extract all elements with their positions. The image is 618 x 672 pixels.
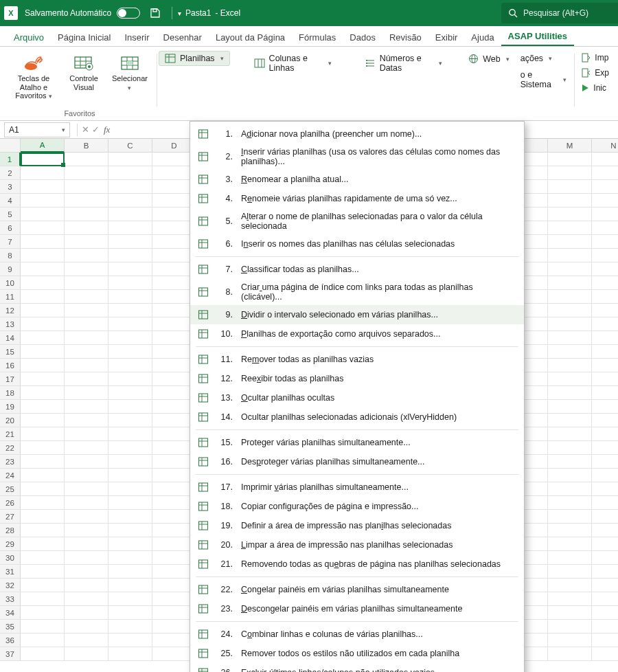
tab-page-layout[interactable]: Layout da Página bbox=[209, 28, 292, 46]
tab-view[interactable]: Exibir bbox=[428, 28, 465, 46]
menu-item[interactable]: 22.Congelar painéis em várias planilhas … bbox=[190, 580, 524, 599]
column-header[interactable]: M bbox=[548, 139, 592, 153]
menu-item[interactable]: 17.Imprimir várias planilhas simultaneam… bbox=[190, 478, 524, 497]
select-all-corner[interactable] bbox=[0, 139, 21, 153]
row-header[interactable]: 21 bbox=[0, 427, 21, 441]
row-header[interactable]: 14 bbox=[0, 331, 21, 345]
row-header[interactable]: 10 bbox=[0, 276, 21, 290]
autosave-toggle[interactable] bbox=[117, 8, 140, 19]
row-header[interactable]: 23 bbox=[0, 455, 21, 469]
column-header[interactable]: A bbox=[21, 139, 65, 153]
row-header[interactable]: 34 bbox=[0, 606, 21, 620]
tab-help[interactable]: Ajuda bbox=[464, 28, 501, 46]
tab-file[interactable]: Arquivo bbox=[7, 28, 51, 46]
column-header[interactable]: B bbox=[65, 139, 108, 153]
tab-home[interactable]: Página Inicial bbox=[51, 28, 117, 46]
tab-data[interactable]: Dados bbox=[343, 28, 382, 46]
row-header[interactable]: 7 bbox=[0, 235, 21, 249]
column-header[interactable]: C bbox=[108, 139, 152, 153]
fill-handle[interactable] bbox=[61, 163, 65, 167]
row-header[interactable]: 9 bbox=[0, 262, 21, 276]
fx-icon[interactable]: fx bbox=[104, 124, 110, 135]
accept-icon[interactable]: ✓ bbox=[92, 124, 100, 135]
menu-item[interactable]: 5.Alterar o nome de planilhas selecionad… bbox=[190, 208, 524, 234]
menu-item[interactable]: 6.Inserir os nomes das planilhas nas cél… bbox=[190, 234, 524, 254]
row-header[interactable]: 17 bbox=[0, 372, 21, 386]
row-header[interactable]: 20 bbox=[0, 414, 21, 427]
shortcuts-favorites-button[interactable]: Teclas de Atalho e Favoritos ▾ bbox=[8, 51, 59, 100]
row-header[interactable]: 18 bbox=[0, 386, 21, 400]
menu-item[interactable]: 16.Desproteger várias planilhas simultan… bbox=[190, 452, 524, 471]
row-header[interactable]: 1 bbox=[0, 153, 21, 166]
cancel-icon[interactable]: ✕ bbox=[82, 124, 89, 135]
tab-draw[interactable]: Desenhar bbox=[157, 28, 209, 46]
row-header[interactable]: 16 bbox=[0, 359, 21, 372]
import-button[interactable]: Imp bbox=[576, 51, 614, 65]
menu-item[interactable]: 10.Planilhas de exportação como arquivos… bbox=[190, 324, 524, 344]
menu-item[interactable]: 8.Criar uma página de índice com links p… bbox=[190, 279, 524, 305]
row-header[interactable]: 11 bbox=[0, 290, 21, 304]
row-header[interactable]: 28 bbox=[0, 524, 21, 537]
row-header[interactable]: 30 bbox=[0, 551, 21, 565]
row-header[interactable]: 25 bbox=[0, 482, 21, 496]
menu-item[interactable]: 14.Ocultar planilhas selecionadas adicio… bbox=[190, 407, 524, 427]
numeros-datas-button[interactable]: Números e Datas▾ bbox=[358, 51, 449, 76]
row-header[interactable]: 31 bbox=[0, 565, 21, 579]
menu-item[interactable]: 2.Inserir várias planilhas (usa os valor… bbox=[190, 144, 524, 170]
menu-item[interactable]: 9.Dividir o intervalo selecionado em vár… bbox=[190, 305, 524, 324]
row-header[interactable]: 6 bbox=[0, 221, 21, 235]
menu-item[interactable]: 19.Definir a área de impressão nas plani… bbox=[190, 516, 524, 535]
row-header[interactable]: 36 bbox=[0, 634, 21, 647]
web-button[interactable]: Web▾ bbox=[462, 51, 515, 67]
row-header[interactable]: 26 bbox=[0, 496, 21, 510]
row-header[interactable]: 12 bbox=[0, 304, 21, 317]
partial-acoes-button[interactable]: ações▾ bbox=[518, 51, 573, 66]
planilhas-button[interactable]: Planilhas▾ bbox=[159, 51, 230, 66]
menu-item[interactable]: 11.Remover todas as planilhas vazias bbox=[190, 350, 524, 369]
row-header[interactable]: 33 bbox=[0, 592, 21, 606]
menu-item[interactable]: 7.Classificar todas as planilhas... bbox=[190, 260, 524, 279]
menu-item[interactable]: 3.Renomear a planilha atual... bbox=[190, 170, 524, 189]
menu-item[interactable]: 24.Combinar linhas e colunas de várias p… bbox=[190, 625, 524, 644]
row-header[interactable]: 15 bbox=[0, 345, 21, 359]
menu-item[interactable]: 4.Renomeie várias planilhas rapidamente … bbox=[190, 189, 524, 208]
partial-sistema-button[interactable]: o e Sistema▾ bbox=[518, 67, 573, 92]
row-header[interactable]: 35 bbox=[0, 620, 21, 634]
row-header[interactable]: 5 bbox=[0, 208, 21, 221]
row-header[interactable]: 19 bbox=[0, 400, 21, 414]
row-header[interactable]: 22 bbox=[0, 441, 21, 455]
tab-review[interactable]: Revisão bbox=[382, 28, 428, 46]
save-icon[interactable] bbox=[150, 8, 161, 19]
menu-item[interactable]: 12.Reexibir todas as planilhas bbox=[190, 369, 524, 388]
row-header[interactable]: 32 bbox=[0, 579, 21, 592]
document-title[interactable]: ▾ Pasta1 - Excel bbox=[178, 8, 240, 18]
row-header[interactable]: 3 bbox=[0, 180, 21, 194]
column-header[interactable]: N bbox=[592, 139, 618, 153]
colunas-linhas-button[interactable]: Colunas e Linhas▾ bbox=[248, 51, 338, 76]
menu-item[interactable]: 23.Descongelar painéis em várias planilh… bbox=[190, 599, 524, 618]
row-header[interactable]: 27 bbox=[0, 510, 21, 524]
menu-item[interactable]: 20.Limpar a área de impressão nas planil… bbox=[190, 535, 524, 555]
menu-item[interactable]: 13.Ocultar planilhas ocultas bbox=[190, 388, 524, 407]
menu-item[interactable]: 18.Copiar configurações de página e impr… bbox=[190, 497, 524, 516]
menu-item[interactable]: 26.Excluir últimas linhas/colunas não ut… bbox=[190, 663, 524, 672]
row-header[interactable]: 8 bbox=[0, 249, 21, 262]
row-header[interactable]: 24 bbox=[0, 469, 21, 482]
tab-formulas[interactable]: Fórmulas bbox=[292, 28, 343, 46]
tab-asap-utilities[interactable]: ASAP Utilities bbox=[501, 27, 574, 46]
row-header[interactable]: 13 bbox=[0, 317, 21, 331]
tab-insert[interactable]: Inserir bbox=[117, 28, 156, 46]
export-button[interactable]: Exp bbox=[576, 66, 614, 80]
menu-item[interactable]: 25.Remover todos os estilos não utilizad… bbox=[190, 644, 524, 663]
menu-item[interactable]: 21.Removendo todas as quebras de página … bbox=[190, 555, 524, 574]
row-header[interactable]: 4 bbox=[0, 194, 21, 208]
search-box[interactable]: Pesquisar (Alt+G) bbox=[501, 3, 618, 23]
row-header[interactable]: 37 bbox=[0, 647, 21, 661]
row-header[interactable]: 29 bbox=[0, 537, 21, 551]
row-header[interactable]: 2 bbox=[0, 166, 21, 180]
start-button[interactable]: Inic bbox=[576, 81, 614, 95]
menu-item[interactable]: 15.Proteger várias planilhas simultaneam… bbox=[190, 433, 524, 452]
menu-item[interactable]: 1.Adicionar nova planilha (preencher um … bbox=[190, 124, 524, 144]
visual-control-button[interactable]: Controle Visual bbox=[63, 51, 104, 91]
name-box[interactable]: A1 ▾ bbox=[4, 122, 70, 137]
